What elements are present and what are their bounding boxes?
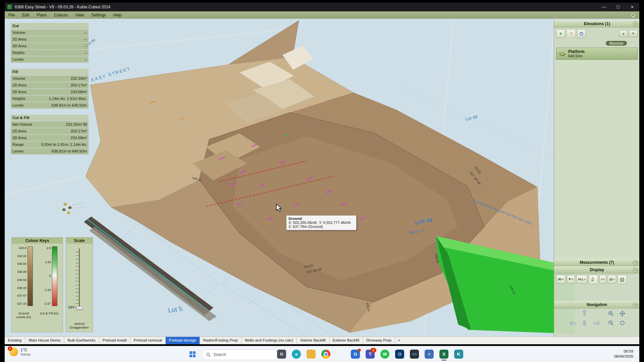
collapse-ribbon-icon[interactable] [630, 12, 636, 18]
window-title: 6388 Easy Street - V9 - 09.03.26 - Kubla… [15, 5, 110, 9]
calculator-icon[interactable]: = [425, 350, 434, 359]
scale-slider-track[interactable] [79, 248, 80, 309]
cutfill-key-caption: Cut & Fill (m) [40, 311, 58, 319]
right-sidebar: Elevations (1) + ✕ ▲ ▼ Absolute [554, 20, 639, 337]
fill-panel-title: Fill [11, 69, 89, 75]
tab-preload-removal[interactable]: Preload removal [130, 337, 166, 344]
notification-badge: 2 [8, 346, 12, 351]
tab-radon-footing-prep[interactable]: Radon/Footing Prep [200, 337, 241, 344]
tab-bulk-earthworks[interactable]: Bulk Earthworks [64, 337, 99, 344]
tab-preload-install[interactable]: Preload install [99, 337, 130, 344]
stat-row: 2D Area203.17m² [11, 82, 89, 88]
move-up-button[interactable]: ▲ [619, 30, 628, 37]
mouse-cursor [276, 204, 283, 214]
pan-up-button[interactable]: ⇧ [582, 309, 588, 317]
menu-settings[interactable]: Settings [88, 11, 109, 19]
elevation-item-platform[interactable]: Platform 640.50m [556, 48, 638, 60]
stat-row: Levels-- [11, 56, 89, 63]
weather-condition: Sunny [20, 352, 31, 356]
measurements-header[interactable]: Measurements (7) [554, 259, 639, 266]
excel-icon[interactable]: X [439, 350, 448, 359]
whatsapp-icon[interactable]: W [380, 350, 389, 359]
file-explorer-icon[interactable] [307, 350, 316, 359]
taskbar-clock[interactable]: 08:59 08/04/2026 [614, 349, 633, 359]
scale-ruler [75, 248, 79, 309]
pan-right-button[interactable]: ⇨ [594, 319, 600, 327]
tab-interior-backfill[interactable]: Interior Backfill [297, 337, 329, 344]
stat-row: Levels638.81m to 640.50m [11, 148, 89, 155]
display-header[interactable]: Display [554, 266, 639, 274]
office-icon[interactable] [336, 350, 345, 359]
zoom-extents-button[interactable] [619, 310, 626, 317]
toggle-elevation-button[interactable] [577, 29, 586, 38]
stat-row: Range0.00m to 1.61m, 1.14m Av. [11, 141, 89, 148]
chevron-up-icon[interactable] [633, 21, 638, 26]
navigation-controls: ⇧ ⇦ ⇩ ⇨ [554, 308, 639, 337]
stat-row: Volume-- [11, 29, 89, 36]
flags-dropdown[interactable]: ⚑▾ [567, 275, 575, 284]
menu-file[interactable]: File [5, 11, 18, 19]
menu-edit[interactable]: Edit [18, 11, 33, 19]
tab-walls-and-footings[interactable]: Walls and Footings (no calc) [241, 337, 297, 344]
chevron-up-icon[interactable] [633, 302, 638, 307]
tab-driveway-prep[interactable]: Driveway Prep [363, 337, 395, 344]
scale-slider-handle[interactable] [76, 306, 83, 310]
tab-preload-storage[interactable]: Preload storage [166, 337, 200, 344]
taskbar-search[interactable]: Search [202, 349, 278, 360]
notepad-icon[interactable]: N [277, 350, 286, 359]
stat-row: 3D Area233.68m² [11, 135, 89, 141]
code-icon[interactable]: <> [410, 350, 419, 359]
stat-row: 2D Area-- [11, 36, 89, 43]
start-button[interactable] [188, 350, 197, 359]
menu-bar: File Edit Plans Colours View Settings He… [5, 11, 639, 19]
zoom-out-button[interactable] [607, 319, 614, 326]
absolute-mode-badge[interactable]: Absolute [606, 41, 627, 46]
elevations-toolbar: + ✕ ▲ ▼ [554, 27, 639, 40]
select-pointer-button[interactable] [589, 275, 598, 284]
add-tab-button[interactable]: + [395, 337, 404, 344]
pan-down-button[interactable]: ⇩ [582, 319, 588, 327]
stat-row: Heights1.14m Av. 1.61m Max. [11, 96, 89, 102]
sheet-tab-bar: Existing Main House Demo Bulk Earthworks… [5, 337, 639, 344]
scale-panel: Scale OFF - VerticalExaggeration [66, 237, 93, 332]
cut-stats-panel: Cut Volume-- 2D Area-- 3D Area-- Depths-… [11, 23, 89, 63]
chevron-down-icon[interactable] [633, 260, 638, 265]
ground-tooltip: Ground X: 502,355.06mE, Y: 5,552,777.46m… [286, 215, 357, 230]
orbit-button[interactable] [619, 319, 626, 326]
delete-elevation-button[interactable]: ✕ [567, 29, 576, 38]
view-mode-dropdown[interactable]: 3D▾ [556, 275, 566, 284]
tab-exterior-backfill[interactable]: Exterior Backfill [329, 337, 363, 344]
weather-widget[interactable]: 2 1°C Sunny [9, 348, 31, 356]
chevron-up-icon[interactable] [633, 267, 638, 273]
grid-toggle-button[interactable] [618, 275, 627, 284]
layers-dropdown[interactable]: ALL▾ [576, 275, 588, 284]
close-button[interactable]: ✕ [625, 3, 639, 11]
browser-icon[interactable]: G [351, 350, 360, 359]
maximize-button[interactable]: ☐ [611, 3, 625, 11]
add-elevation-button[interactable]: + [556, 29, 565, 38]
pan-left-button[interactable]: ⇦ [570, 319, 576, 327]
menu-plans[interactable]: Plans [33, 11, 50, 19]
outlook-icon[interactable]: O [395, 350, 404, 359]
3d-viewport[interactable]: Lot 80 EASY STREET Lot 48 LOT 49 Area = … [5, 19, 639, 337]
terrain-render [5, 19, 639, 337]
tab-existing[interactable]: Existing [5, 337, 25, 344]
minimize-button[interactable]: — [597, 3, 611, 11]
hatch-dropdown[interactable]: ▨▾ [608, 275, 616, 284]
navigation-header[interactable]: Navigation [554, 301, 639, 308]
teams-icon[interactable]: T4 [366, 350, 375, 359]
contours-dropdown[interactable]: ≈▾ [599, 275, 606, 284]
menu-help[interactable]: Help [110, 11, 125, 19]
menu-colours[interactable]: Colours [50, 11, 71, 19]
stat-row: 3D Area-- [11, 43, 89, 49]
chrome-icon[interactable] [321, 350, 330, 359]
zoom-in-button[interactable] [607, 310, 614, 317]
elevations-list-area[interactable] [554, 60, 639, 259]
menu-view[interactable]: View [71, 11, 88, 19]
move-down-button[interactable]: ▼ [629, 30, 638, 37]
elevations-header[interactable]: Elevations (1) [554, 20, 639, 27]
edge-icon[interactable]: e [292, 350, 301, 359]
tab-main-house-demo[interactable]: Main House Demo [25, 337, 64, 344]
ground-gradient-bar [28, 246, 33, 306]
kubla-app-icon[interactable]: K [454, 350, 463, 359]
